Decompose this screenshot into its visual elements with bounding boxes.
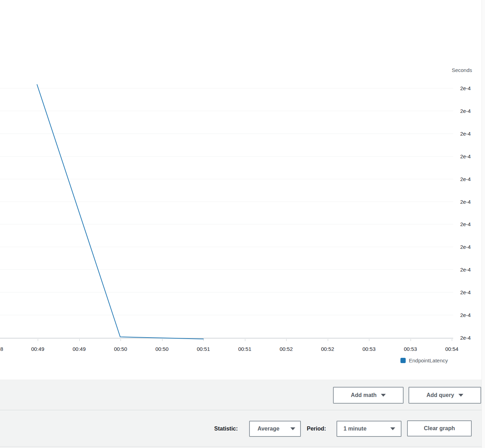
x-tick-label: 00:53 bbox=[362, 346, 376, 352]
y-tick-label: 2e-4 bbox=[460, 153, 471, 159]
cloudwatch-graph-page: { "toolbar": { "time_ranges": ["1h", "3h… bbox=[0, 0, 485, 448]
x-tick-label: 00:54 bbox=[445, 346, 458, 352]
chevron-down-icon bbox=[381, 394, 386, 397]
x-axis-line bbox=[0, 338, 453, 339]
x-tick-label: 00:52 bbox=[321, 346, 334, 352]
y-axis-unit-label: Seconds bbox=[452, 67, 472, 73]
x-tick-label: 00:51 bbox=[197, 346, 210, 352]
y-tick-label: 2e-4 bbox=[460, 312, 471, 318]
gridline bbox=[0, 292, 453, 292]
y-tick-label: 2e-4 bbox=[460, 85, 471, 91]
x-tick-mark bbox=[162, 339, 162, 341]
gridline bbox=[0, 133, 453, 134]
x-tick-mark bbox=[369, 339, 369, 341]
add-math-label: Add math bbox=[351, 392, 377, 398]
y-tick-label: 2e-4 bbox=[460, 176, 471, 182]
gridline bbox=[0, 269, 453, 270]
x-tick-mark bbox=[121, 339, 121, 341]
y-tick-label: 2e-4 bbox=[460, 131, 471, 137]
gridline bbox=[0, 315, 453, 315]
chevron-down-icon bbox=[390, 427, 395, 430]
x-tick-mark bbox=[328, 339, 328, 341]
period-select-value: 1 minute bbox=[343, 426, 367, 432]
x-tick-mark bbox=[286, 339, 287, 341]
x-tick-mark bbox=[38, 339, 38, 341]
series-plot-svg bbox=[0, 0, 485, 380]
y-tick-label: 2e-4 bbox=[460, 289, 471, 295]
add-query-button[interactable]: Add query bbox=[408, 387, 481, 404]
y-tick-label: 2e-4 bbox=[460, 244, 471, 250]
clear-graph-label: Clear graph bbox=[424, 425, 455, 432]
gridline bbox=[0, 88, 453, 88]
legend-item-endpointlatency[interactable]: EndpointLatency bbox=[400, 357, 448, 363]
x-tick-label: 00:51 bbox=[238, 346, 252, 352]
add-query-label: Add query bbox=[426, 392, 454, 398]
x-tick-mark bbox=[411, 339, 411, 341]
scrollbar[interactable] bbox=[482, 0, 485, 448]
chevron-down-icon bbox=[458, 394, 463, 397]
chevron-down-icon bbox=[290, 427, 295, 430]
y-tick-label: 2e-4 bbox=[460, 221, 471, 227]
endpoint-latency-line bbox=[37, 85, 203, 339]
gridline bbox=[0, 247, 453, 247]
legend-color-swatch bbox=[400, 358, 406, 363]
add-math-button[interactable]: Add math bbox=[333, 387, 404, 404]
x-tick-label: 00:53 bbox=[404, 346, 417, 352]
period-label: Period: bbox=[307, 426, 326, 432]
x-tick-mark bbox=[203, 339, 204, 341]
gridline bbox=[0, 202, 453, 202]
statistic-select[interactable]: Average bbox=[249, 421, 301, 437]
gridline bbox=[0, 224, 453, 224]
statistic-select-value: Average bbox=[258, 426, 280, 432]
bottom-divider bbox=[0, 446, 485, 447]
y-tick-label: 2e-4 bbox=[460, 335, 471, 341]
x-tick-label: 00:49 bbox=[31, 346, 44, 352]
x-tick-mark bbox=[452, 339, 452, 341]
y-tick-label: 2e-4 bbox=[460, 108, 471, 114]
x-tick-label: 00:50 bbox=[114, 346, 127, 352]
x-tick-label: 00:52 bbox=[280, 346, 293, 352]
legend-label: EndpointLatency bbox=[409, 357, 448, 363]
statistic-label: Statistic: bbox=[214, 426, 238, 432]
x-tick-label: 8 bbox=[0, 346, 3, 352]
y-tick-label: 2e-4 bbox=[460, 199, 471, 205]
x-tick-label: 00:49 bbox=[73, 346, 86, 352]
y-tick-label: 2e-4 bbox=[460, 267, 471, 273]
x-tick-mark bbox=[245, 339, 245, 341]
gridline bbox=[0, 179, 453, 179]
gridline bbox=[0, 111, 453, 111]
x-tick-mark bbox=[79, 339, 80, 341]
x-tick-label: 00:50 bbox=[155, 346, 169, 352]
metric-line-chart: Seconds 2e-42e-42e-42e-42e-42e-42e-42e-4… bbox=[0, 0, 485, 380]
clear-graph-button[interactable]: Clear graph bbox=[407, 420, 472, 436]
gridline bbox=[0, 156, 453, 157]
period-select[interactable]: 1 minute bbox=[336, 421, 401, 437]
